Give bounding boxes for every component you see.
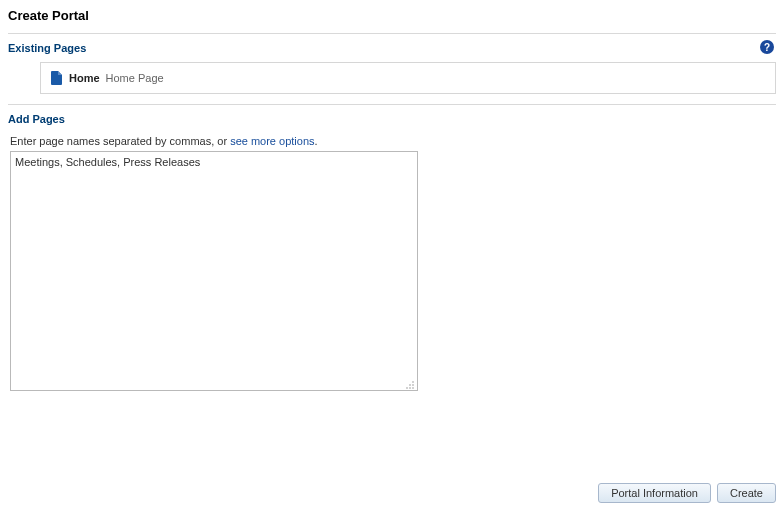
instruction-text: Enter page names separated by commas, or: [10, 135, 230, 147]
page-title: Create Portal: [8, 8, 776, 23]
portal-information-button[interactable]: Portal Information: [598, 483, 711, 503]
see-more-options-link[interactable]: see more options: [230, 135, 314, 147]
add-pages-instruction: Enter page names separated by commas, or…: [10, 135, 776, 147]
page-names-textarea[interactable]: [10, 151, 418, 391]
add-pages-heading: Add Pages: [8, 113, 776, 125]
existing-pages-heading: Existing Pages: [8, 42, 776, 54]
footer-buttons: Portal Information Create: [598, 483, 776, 503]
existing-page-desc: Home Page: [106, 72, 164, 84]
instruction-suffix: .: [315, 135, 318, 147]
existing-page-row[interactable]: Home Home Page: [40, 62, 776, 94]
divider: [8, 33, 776, 34]
divider: [8, 104, 776, 105]
help-icon[interactable]: ?: [760, 40, 774, 54]
page-icon: [51, 71, 63, 85]
existing-page-name: Home: [69, 72, 100, 84]
create-button[interactable]: Create: [717, 483, 776, 503]
